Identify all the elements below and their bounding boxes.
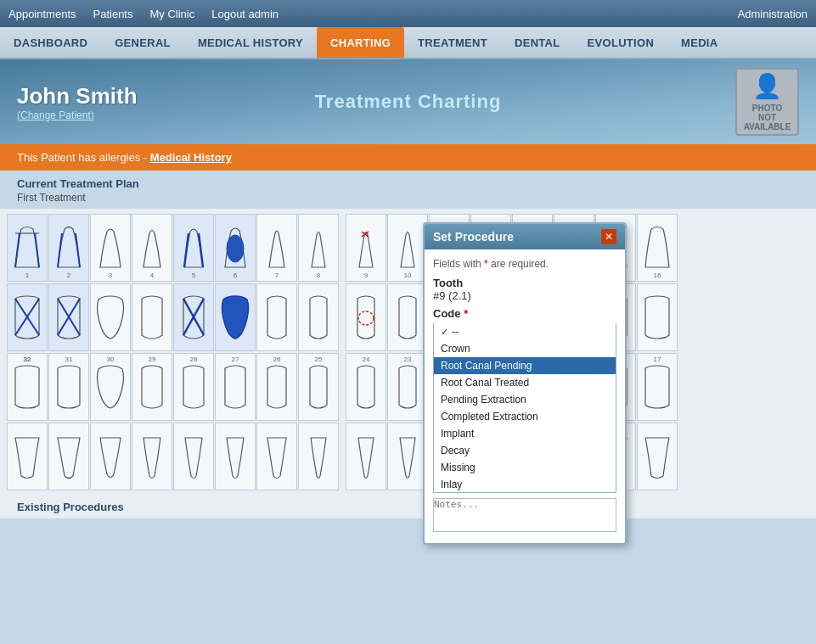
tooth-24-crown[interactable]: 24: [346, 353, 386, 421]
tooth-8-top[interactable]: 8: [298, 214, 339, 282]
svg-line-1: [15, 233, 20, 267]
svg-point-14: [358, 311, 374, 325]
tooth-25-crown[interactable]: 25: [298, 353, 339, 421]
dropdown-item-crown[interactable]: Crown: [434, 340, 616, 357]
dropdown-item-decay[interactable]: Decay: [434, 442, 616, 459]
dropdown-list: ✓ -- Crown Root Canal Pending Root Canal…: [433, 323, 616, 493]
tab-medical-history[interactable]: MEDICAL HISTORY: [184, 27, 317, 58]
tooth-31-root[interactable]: [48, 423, 89, 490]
tab-general[interactable]: GENERAL: [101, 27, 184, 58]
tooth-32-crown[interactable]: 32 32: [7, 353, 48, 421]
nav-appointments[interactable]: Appointments: [8, 8, 76, 20]
tab-charting[interactable]: CHARTING: [317, 27, 404, 58]
tooth-4-top[interactable]: 4: [132, 214, 172, 282]
dropdown-item-implant[interactable]: Implant: [434, 425, 616, 442]
tooth-16-top[interactable]: 16: [637, 214, 678, 282]
code-label: Code *: [433, 307, 616, 320]
notes-textarea[interactable]: [433, 498, 616, 532]
tooth-23-root[interactable]: [387, 423, 428, 490]
tooth-30-crown[interactable]: 30: [90, 353, 131, 421]
dropdown-item-missing[interactable]: Missing: [434, 459, 616, 476]
tooth-28-root[interactable]: [173, 423, 214, 490]
lower-crowns-row: 32 32 31 30 29 28 27: [7, 353, 809, 421]
allergy-banner: This Patient has allergies - Medical His…: [0, 144, 816, 171]
dialog-body: Fields with * are required. Tooth #9 (2.…: [425, 249, 625, 543]
tooth-5-top[interactable]: 5: [173, 214, 214, 282]
page-title: Treatment Charting: [315, 91, 502, 113]
tooth-27-root[interactable]: [215, 423, 256, 490]
tooth-9-top[interactable]: 9: [346, 214, 386, 282]
tooth-4-crown[interactable]: [132, 283, 172, 351]
tooth-30-root[interactable]: [90, 423, 131, 490]
svg-line-5: [184, 233, 189, 267]
tab-treatment[interactable]: TREATMENT: [404, 27, 501, 58]
tab-media[interactable]: MEDIA: [667, 27, 731, 58]
nav-links: Appointments Patients My Clinic Logout a…: [8, 8, 279, 20]
tooth-27-crown[interactable]: 27: [215, 353, 256, 421]
tooth-5-crown[interactable]: [173, 283, 214, 351]
nav-my-clinic[interactable]: My Clinic: [149, 8, 194, 20]
top-navigation: Appointments Patients My Clinic Logout a…: [0, 0, 816, 27]
tooth-9-crown[interactable]: [346, 283, 386, 351]
tab-bar: DASHBOARD GENERAL MEDICAL HISTORY CHARTI…: [0, 27, 816, 59]
tooth-6-crown[interactable]: [215, 283, 256, 351]
dialog-box: Set Procedure ✕ Fields with * are requir…: [423, 222, 627, 545]
person-icon: 👤: [752, 72, 782, 100]
tooth-7-top[interactable]: 7: [256, 214, 297, 282]
tooth-2-crown[interactable]: [48, 283, 89, 351]
nav-logout[interactable]: Logout admin: [211, 8, 279, 20]
tooth-10-top[interactable]: 10: [387, 214, 428, 282]
tooth-3-crown[interactable]: [90, 283, 131, 351]
medical-history-link[interactable]: Medical History: [150, 151, 232, 164]
tooth-26-root[interactable]: [256, 423, 297, 490]
tooth-17-root[interactable]: [637, 423, 678, 490]
patient-header: John Smith (Change Patient) Treatment Ch…: [0, 59, 816, 144]
tooth-26-crown[interactable]: 26: [256, 353, 297, 421]
tooth-6-top[interactable]: 6: [215, 214, 256, 282]
dropdown-item-pending-extraction[interactable]: Pending Extraction: [434, 391, 616, 408]
tooth-3-top[interactable]: 3: [90, 214, 131, 282]
tooth-8-crown[interactable]: [298, 283, 339, 351]
tooth-28-crown[interactable]: 28: [173, 353, 214, 421]
tab-evolution[interactable]: EVOLUTION: [574, 27, 668, 58]
dropdown-item-root-canal-pending[interactable]: Root Canal Pending: [434, 357, 616, 374]
required-note: Fields with * are required.: [433, 258, 616, 270]
tooth-23-crown[interactable]: 23: [387, 353, 428, 421]
code-dropdown[interactable]: ✓ -- Crown Root Canal Pending Root Canal…: [433, 323, 616, 493]
svg-line-4: [76, 233, 80, 267]
svg-line-3: [58, 233, 62, 267]
tooth-31-crown[interactable]: 31: [48, 353, 89, 421]
treatment-plan-heading: Current Treatment Plan: [0, 171, 816, 192]
tooth-7-crown[interactable]: [256, 283, 297, 351]
chart-container: 1 2 3 4 5 6 7: [7, 214, 809, 490]
tooth-value: #9 (2.1): [433, 289, 616, 302]
tooth-17-crown[interactable]: 17: [637, 353, 678, 421]
nav-patients[interactable]: Patients: [93, 8, 133, 20]
tooth-29-root[interactable]: [132, 423, 172, 490]
lower-roots-row: [7, 423, 809, 490]
tooth-1-crown[interactable]: [7, 283, 48, 351]
set-procedure-dialog: Set Procedure ✕ Fields with * are requir…: [423, 222, 627, 545]
tab-dashboard[interactable]: DASHBOARD: [0, 27, 101, 58]
tooth-25-root[interactable]: [298, 423, 339, 490]
tooth-1-top[interactable]: 1: [7, 214, 48, 282]
tooth-2-top[interactable]: 2: [48, 214, 89, 282]
tooth-10-crown[interactable]: [387, 283, 428, 351]
tooth-24-root[interactable]: [346, 423, 386, 490]
tooth-16-crown[interactable]: [637, 283, 678, 351]
upper-teeth-top-row: 1 2 3 4 5 6 7: [7, 214, 809, 282]
tooth-29-crown[interactable]: 29: [132, 353, 172, 421]
tab-dental[interactable]: DENTAL: [501, 27, 574, 58]
admin-label: Administration: [738, 8, 808, 20]
dialog-title: Set Procedure: [433, 230, 514, 244]
dropdown-item-completed-extraction[interactable]: Completed Extraction: [434, 408, 616, 425]
treatment-plan-subheading: First Treatment: [0, 192, 816, 209]
tooth-32-root[interactable]: [7, 423, 48, 490]
dialog-header: Set Procedure ✕: [425, 224, 625, 249]
dropdown-item-inlay[interactable]: Inlay: [434, 476, 616, 493]
dialog-close-button[interactable]: ✕: [601, 229, 616, 244]
existing-procedures-label: Existing Procedures: [0, 496, 816, 518]
tooth-label: Tooth: [433, 277, 616, 289]
dropdown-item-blank[interactable]: ✓ --: [434, 323, 616, 340]
dropdown-item-root-canal-treated[interactable]: Root Canal Treated: [434, 374, 616, 391]
